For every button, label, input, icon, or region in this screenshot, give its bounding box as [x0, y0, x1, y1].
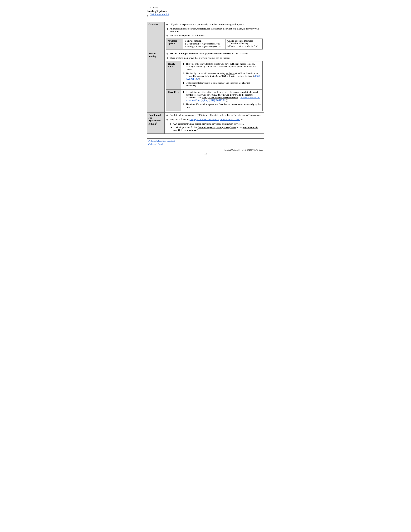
- pf-bullet-2: ❖ There are two main ways that a private…: [166, 57, 262, 60]
- hourly-rates-header: Hourly Rates: [166, 61, 181, 89]
- hr-diamond-2: ❖: [182, 72, 185, 75]
- cfa-act-link[interactable]: s58(2)(a) of the Courts and Legal Servic…: [189, 118, 240, 121]
- fixed-fees-header: Fixed Fees: [166, 89, 181, 111]
- footnote-2-link[interactable]: Workshop 1, Task 2: [148, 143, 163, 145]
- overview-bullet-1: ❖ Litigation is expensive, and particula…: [166, 23, 262, 26]
- pf-bullet-1: ❖ Private funding is where the client pa…: [166, 52, 262, 55]
- cfa-bullet-1-text: Conditional fee agreements (CFAs) are co…: [169, 114, 262, 116]
- ff-diamond-2: ❖: [182, 103, 185, 106]
- available-options-col2: 4. Legal Expenses Insurance 5. Third-Par…: [225, 38, 262, 49]
- cfa-diamond-1: ❖: [166, 114, 168, 117]
- hr-diamond-3: ❖: [182, 82, 185, 85]
- hr-bullet-1: ❖ This will only be available to clients…: [182, 63, 261, 71]
- overview-content: ❖ Litigation is expensive, and particula…: [165, 22, 264, 51]
- copyright: © LPC Buddy: [147, 6, 264, 9]
- ff-bullet-1: ❖ If a solicitor specifies a fixed fee f…: [182, 91, 261, 102]
- ff-diamond-1: ❖: [182, 91, 185, 94]
- footer-bar: Funding Options | 1 | v 1.0 2023 | © LPC…: [147, 149, 264, 151]
- cfa-bullet-2: ❖ They are defined by s58(2)(a) of the C…: [166, 118, 262, 121]
- footnote-1-link[interactable]: Workshop 1, Prep Task, Question 3: [148, 140, 175, 142]
- pf-bullet-1-text: Private funding is where the client pays…: [169, 52, 262, 55]
- cfa-row: Conditional Fee Agreements (CFAs)2 ❖ Con…: [147, 112, 264, 133]
- option-6: 6. Public Funding (i.e., Legal Aid): [227, 45, 261, 48]
- footnote-1: 1 Workshop 1, Prep Task, Question 3: [147, 139, 264, 142]
- fixed-fees-row: Fixed Fees ❖ If a solicitor specifies a …: [166, 89, 262, 111]
- option-5: 5. Third-Party Funding: [227, 42, 261, 45]
- private-funding-header: Private funding.: [147, 51, 165, 112]
- pf-bullet-2-text: There are two main ways that a private r…: [169, 57, 262, 59]
- footer-notes: 1 Workshop 1, Prep Task, Question 3 2 Wo…: [147, 139, 264, 145]
- option-2: Conditional Fee Agreements (CFAs): [187, 43, 224, 45]
- hourly-rates-content: ❖ This will only be available to clients…: [181, 61, 262, 89]
- hr-bullet-3-text: Disbursements (payments to third parties…: [186, 82, 261, 87]
- hr-bullet-3: ❖ Disbursements (payments to third parti…: [182, 82, 261, 87]
- diamond-bullet: ❖: [147, 15, 149, 17]
- options-list-1: Private funding. Conditional Fee Agreeme…: [187, 40, 224, 48]
- bullet-diamond-3: ❖: [166, 34, 168, 37]
- overview-bullet-2: ❖ An important consideration, therefore,…: [166, 28, 262, 33]
- overview-bullet-1-text: Litigation is expensive, and particularl…: [169, 23, 262, 26]
- pf-diamond-1: ❖: [166, 52, 168, 55]
- cfa-content: ❖ Conditional fee agreements (CFAs) are …: [165, 112, 264, 133]
- cfa-diamond-2: ❖: [166, 118, 168, 121]
- cfa-arrow-2-text: …which provides for his fees and expense…: [173, 126, 262, 132]
- overview-bullet-3-text: The available options are as follows:: [169, 34, 262, 37]
- overview-row: Overview ❖ Litigation is expensive, and …: [147, 22, 264, 51]
- private-funding-content: ❖ Private funding is where the client pa…: [165, 51, 264, 112]
- cfa-header: Conditional Fee Agreements (CFAs)2: [147, 112, 165, 133]
- fixed-fees-content: ❖ If a solicitor specifies a fixed fee f…: [181, 89, 262, 111]
- footer-right: Funding Options | 1 | v 1.0 2023 | © LPC…: [224, 149, 264, 151]
- cfa-bullet-2-text: They are defined by s58(2)(a) of the Cou…: [169, 118, 262, 121]
- arrow-sym-1: ➤: [170, 123, 172, 125]
- arrow-sym-2: ➤: [170, 126, 172, 129]
- bullet-diamond-1: ❖: [166, 23, 168, 26]
- hr-bullet-1-text: This will only be available to clients w…: [186, 63, 261, 71]
- subtitle-row: ❖ Civil Litigation, 2.4: [147, 13, 264, 19]
- option-3: Damages Based Agreements (DBAs): [187, 46, 224, 48]
- cfa-arrow-1-text: “An agreement with a person providing ad…: [173, 123, 244, 125]
- subtitle-link[interactable]: Civil Litigation, 2.4: [150, 13, 169, 16]
- option-1: Private funding.: [187, 40, 224, 42]
- cfa-bullet-1: ❖ Conditional fee agreements (CFAs) are …: [166, 114, 262, 117]
- private-funding-row: Private funding. ❖ Private funding is wh…: [147, 51, 264, 112]
- rates-table: Hourly Rates ❖ This will only be availab…: [166, 61, 262, 111]
- cfa-arrows: ➤ “An agreement with a person providing …: [170, 123, 262, 132]
- main-table: Overview ❖ Litigation is expensive, and …: [147, 22, 264, 134]
- ff-bullet-1-text: If a solicitor specifies a fixed fee for…: [186, 91, 261, 102]
- available-options-col1: Private funding. Conditional Fee Agreeme…: [182, 38, 225, 49]
- cfa-arrow-2: ➤ …which provides for his fees and expen…: [170, 126, 262, 132]
- page-title: Funding Options1: [147, 9, 264, 13]
- bullet-diamond-2: ❖: [166, 28, 168, 30]
- pf-diamond-2: ❖: [166, 57, 168, 60]
- available-options-header: Available options.: [166, 38, 182, 49]
- ff-bullet-2-text: Therefore, if a solicitor agrees to a fi…: [186, 103, 261, 108]
- available-options-table: Available options. Private funding. Cond…: [166, 38, 262, 49]
- page-number: 12: [147, 152, 264, 155]
- cfa-arrow-1: ➤ “An agreement with a person providing …: [170, 123, 262, 125]
- hr-bullet-2-text: The hourly rate should be stated as bein…: [186, 72, 261, 80]
- hr-diamond-1: ❖: [182, 63, 185, 66]
- option-4: 4. Legal Expenses Insurance: [227, 40, 261, 42]
- ff-bullet-2: ❖ Therefore, if a solicitor agrees to a …: [182, 103, 261, 108]
- available-options-row: Available options. Private funding. Cond…: [166, 38, 262, 49]
- hr-bullet-2: ❖ The hourly rate should be stated as be…: [182, 72, 261, 80]
- overview-header: Overview: [147, 22, 165, 51]
- hourly-rates-row: Hourly Rates ❖ This will only be availab…: [166, 61, 262, 89]
- overview-bullet-3: ❖ The available options are as follows:: [166, 34, 262, 37]
- footnote-2: 2 Workshop 1, Task 2: [147, 142, 264, 145]
- overview-bullet-2-text: An important consideration, therefore, f…: [169, 28, 262, 33]
